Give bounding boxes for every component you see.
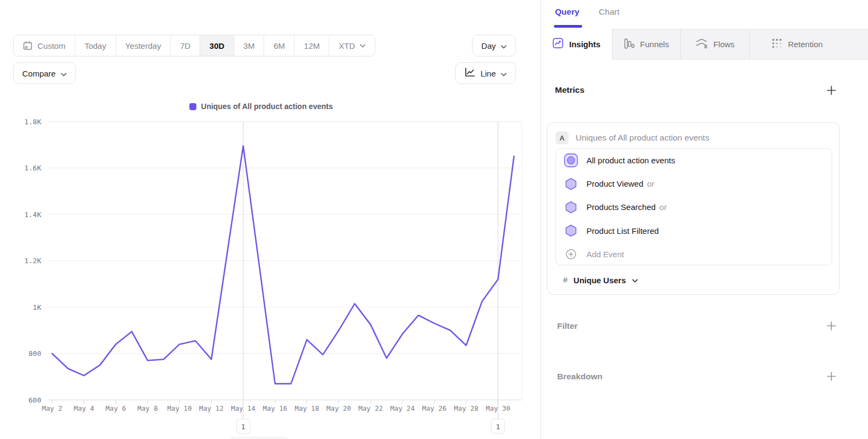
toolbar-row-2: Compare Line [13,62,516,84]
range-label: 3M [244,41,255,50]
range-button-6m[interactable]: 6M [264,35,295,56]
y-axis-tick-label: 1.4K [24,211,41,219]
tab-label: Insights [569,40,601,49]
legend-swatch-icon [189,103,196,110]
x-axis-tick-label: May 16 [263,404,287,412]
filter-section: Filter [557,318,837,334]
chevron-down-icon [501,41,507,50]
chart-pane: 1.8K1.6K1.4K1.2K1K800600May 2May 4May 6M… [0,0,540,439]
range-button-today[interactable]: Today [75,35,116,56]
chart-type-label: Line [481,69,496,78]
event-row-add-event[interactable]: Add Event [556,243,832,265]
retention-icon [771,38,782,50]
report-type-tabs: InsightsFunnelsFlowsRetention [541,29,868,60]
x-axis-tick-label: May 14 [231,404,256,412]
metric-letter-badge: A [556,131,569,144]
hexagon-icon [564,177,578,190]
range-button-custom[interactable]: Custom [14,35,75,56]
date-range-control: CustomTodayYesterday7D30D3M6M12MXTD [13,35,375,56]
event-label: Product Viewed [586,179,643,188]
chevron-down-icon [360,44,366,48]
all-events-icon [564,153,578,168]
tab-label: Funnels [640,40,669,49]
x-axis-tick-label: May 20 [327,404,351,412]
metric-summary-row[interactable]: A Uniques of All product action events [556,129,831,147]
svg-text:1: 1 [496,423,500,431]
range-button-xtd[interactable]: XTD [329,35,375,56]
event-row-products-searched[interactable]: Products Searchedor [556,195,832,219]
svg-text:1: 1 [241,423,245,431]
calendar-icon [23,41,33,50]
app-root: 1.8K1.6K1.4K1.2K1K800600May 2May 4May 6M… [0,0,868,439]
event-row-all-product-action-events[interactable]: All product action events [556,149,832,172]
boolean-operator-label: or [647,179,654,188]
add-circle-icon [564,248,578,260]
metrics-title: Metrics [555,85,584,95]
toolbar-row-1: CustomTodayYesterday7D30D3M6M12MXTD Day [13,35,516,56]
hash-icon: # [563,276,567,284]
y-axis-tick-label: 1.2K [24,257,41,265]
chevron-down-icon [61,69,67,78]
y-axis-tick-label: 600 [29,396,41,404]
compare-dropdown[interactable]: Compare [13,62,76,84]
x-axis-tick-label: May 4 [74,404,94,412]
x-axis-tick-label: May 6 [106,404,126,412]
x-axis-tick-label: May 30 [486,404,510,412]
tab-label: Retention [788,40,822,49]
event-row-product-list-filtered[interactable]: Product List Filtered [556,219,832,243]
breakdown-section: Breakdown [557,368,837,385]
range-button-12m[interactable]: 12M [295,35,329,56]
range-label: 7D [180,41,190,50]
x-axis-tick-label: May 12 [199,404,224,412]
tab-insights[interactable]: Insights [541,29,612,60]
chevron-down-icon [501,69,507,78]
tab-funnels[interactable]: Funnels [612,29,680,60]
metric-card: A Uniques of All product action events A… [547,122,840,295]
x-axis-tick-label: May 2 [42,404,62,412]
flows-icon [695,38,708,50]
add-filter-button[interactable] [826,321,837,333]
hexagon-icon [564,224,578,237]
range-button-yesterday[interactable]: Yesterday [116,35,171,56]
x-axis-tick-label: May 18 [295,404,319,412]
y-axis-tick-label: 1.8K [24,118,41,126]
tab-label: Flows [713,40,735,49]
add-breakdown-button[interactable] [826,371,837,384]
annotation-badge[interactable]: 1 [492,419,505,434]
annotation-badge[interactable]: 1 [237,419,250,434]
aggregation-selector[interactable]: # Unique Users [556,266,638,294]
granularity-dropdown[interactable]: Day [472,35,516,56]
event-list: All product action eventsProduct Viewedo… [556,148,832,265]
tab-chart[interactable]: Chart [599,7,620,17]
range-button-7d[interactable]: 7D [171,35,200,56]
tab-retention[interactable]: Retention [749,29,845,60]
x-axis-tick-label: May 24 [390,404,414,412]
event-label: Products Searched [586,202,656,212]
tab-query[interactable]: Query [555,7,579,17]
tab-bar-filler [845,29,868,60]
range-label: Custom [37,41,66,50]
add-metric-button[interactable] [826,85,837,98]
pane-tabs: Query Chart [555,7,620,17]
x-axis-tick-label: May 26 [422,404,446,412]
event-label: Add Event [586,250,624,259]
boolean-operator-label: or [660,202,667,212]
query-pane: Query Chart InsightsFunnelsFlowsRetentio… [540,0,868,439]
y-axis-tick-label: 1.6K [24,164,41,172]
range-button-30d[interactable]: 30D [200,35,234,56]
x-axis-tick-label: May 10 [167,404,192,412]
chart-type-dropdown[interactable]: Line [455,62,516,84]
tab-flows[interactable]: Flows [680,29,749,60]
metric-summary-label: Uniques of All product action events [576,133,709,143]
granularity-label: Day [481,41,496,50]
event-row-product-viewed[interactable]: Product Viewedor [556,172,832,195]
range-label: 12M [304,41,320,50]
chevron-down-icon [632,275,638,285]
range-label: 6M [273,41,285,50]
active-tab-underline [554,25,582,28]
insights-icon [552,37,564,50]
y-axis-tick-label: 1K [33,303,41,311]
aggregation-label: Unique Users [573,276,626,285]
series-line[interactable] [52,146,514,384]
range-button-3m[interactable]: 3M [234,35,265,56]
